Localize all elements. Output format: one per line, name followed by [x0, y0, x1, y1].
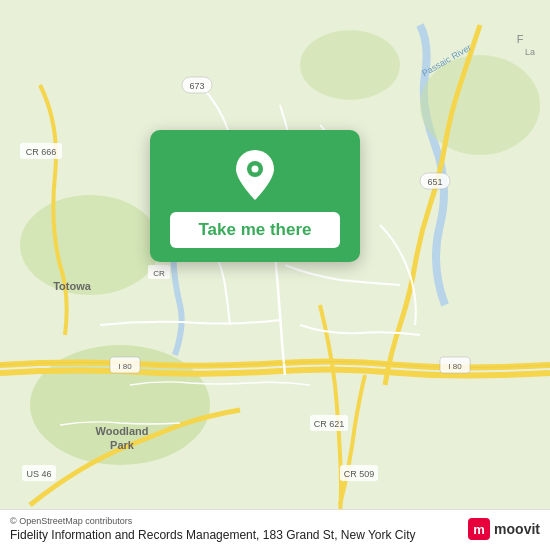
- moovit-logo-icon: m: [468, 518, 490, 540]
- svg-text:CR 509: CR 509: [344, 469, 375, 479]
- location-name: Fidelity Information and Records Managem…: [10, 528, 416, 542]
- svg-text:US 46: US 46: [26, 469, 51, 479]
- svg-text:Totowa: Totowa: [53, 280, 92, 292]
- map-container: CR 666 673 651 I 80 I 80 CR 621 CR 509 U…: [0, 0, 550, 550]
- map-background: CR 666 673 651 I 80 I 80 CR 621 CR 509 U…: [0, 0, 550, 550]
- svg-text:CR: CR: [153, 269, 165, 278]
- svg-text:651: 651: [427, 177, 442, 187]
- svg-text:F: F: [517, 33, 524, 45]
- svg-text:673: 673: [189, 81, 204, 91]
- svg-text:Woodland: Woodland: [96, 425, 149, 437]
- moovit-logo-text: moovit: [494, 521, 540, 537]
- location-pin-icon: [228, 148, 282, 202]
- map-attribution: © OpenStreetMap contributors: [10, 516, 416, 526]
- take-me-there-button[interactable]: Take me there: [170, 212, 340, 248]
- svg-text:La: La: [525, 47, 535, 57]
- svg-point-31: [252, 166, 259, 173]
- bottom-info-bar: © OpenStreetMap contributors Fidelity In…: [0, 509, 550, 550]
- navigation-card: Take me there: [150, 130, 360, 262]
- svg-text:CR 666: CR 666: [26, 147, 57, 157]
- moovit-logo[interactable]: m moovit: [468, 518, 540, 540]
- svg-point-4: [300, 30, 400, 100]
- bottom-left-info: © OpenStreetMap contributors Fidelity In…: [10, 516, 416, 542]
- svg-text:CR 621: CR 621: [314, 419, 345, 429]
- svg-text:I 80: I 80: [118, 362, 132, 371]
- svg-text:Park: Park: [110, 439, 135, 451]
- svg-text:I 80: I 80: [448, 362, 462, 371]
